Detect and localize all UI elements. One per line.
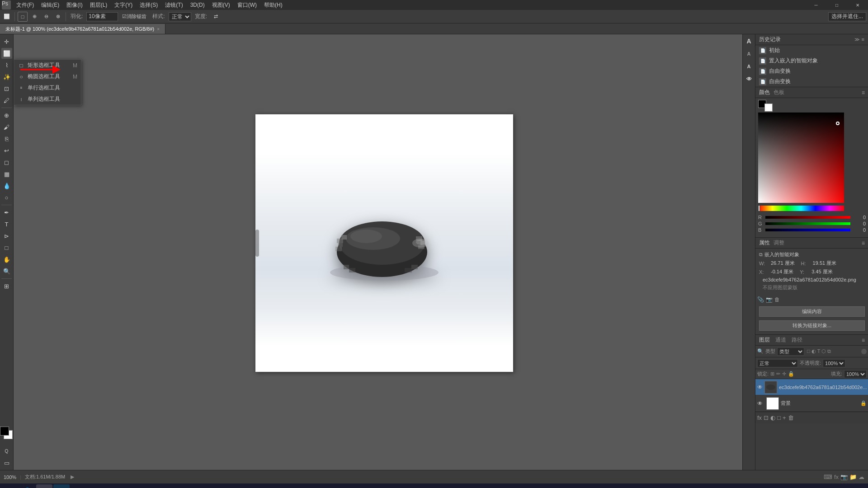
minimize-button[interactable]: ─ bbox=[806, 0, 826, 10]
history-panel-expand[interactable]: ≫ bbox=[854, 37, 860, 42]
layers-panel-menu[interactable]: ≡ bbox=[862, 337, 865, 343]
menu-help[interactable]: 帮助(H) bbox=[260, 0, 286, 10]
blur-tool[interactable]: 💧 bbox=[1, 180, 12, 191]
filter-shape-icon[interactable]: ⬡ bbox=[821, 348, 826, 354]
lock-pixels-icon[interactable]: ✏ bbox=[776, 371, 780, 377]
status-icon-keyboard[interactable]: ⌨ bbox=[824, 474, 832, 480]
add-selection-btn[interactable]: ⊕ bbox=[29, 12, 39, 22]
filter-type-select[interactable]: 类型 bbox=[777, 347, 804, 356]
menu-layer[interactable]: 图层(L) bbox=[86, 0, 111, 10]
custom-tool[interactable]: ⊞ bbox=[1, 281, 12, 291]
type-tool[interactable]: T bbox=[1, 219, 12, 230]
layers-tab[interactable]: 图层 bbox=[759, 336, 770, 344]
brush-tool[interactable]: 🖌 bbox=[1, 122, 12, 132]
menu-view[interactable]: 视图(V) bbox=[208, 0, 234, 10]
blend-mode-select[interactable]: 正常 bbox=[757, 359, 798, 367]
new-selection-btn[interactable]: □ bbox=[18, 12, 28, 22]
taskbar-app5[interactable]: 🌍 bbox=[88, 484, 104, 488]
filter-adjustment-icon[interactable]: ◐ bbox=[811, 348, 816, 354]
start-button[interactable]: ⊞ bbox=[2, 484, 18, 488]
maximize-button[interactable]: □ bbox=[826, 0, 847, 10]
layer-0-eye-icon[interactable]: 👁 bbox=[757, 384, 763, 390]
status-icon-fx[interactable]: fx bbox=[834, 474, 839, 480]
rect-marquee-tool[interactable]: □ 矩形选框工具 M bbox=[14, 60, 81, 71]
lock-all-icon[interactable]: 🔒 bbox=[788, 371, 794, 377]
path-selection-tool[interactable]: ⊳ bbox=[1, 230, 12, 241]
menu-image[interactable]: 图像(I) bbox=[63, 0, 86, 10]
move-tool[interactable]: ✛ bbox=[1, 36, 12, 47]
swatch-tab[interactable]: 色板 bbox=[774, 89, 784, 96]
menu-file[interactable]: 文件(F) bbox=[13, 0, 38, 10]
opacity-select[interactable]: 100% bbox=[823, 359, 845, 367]
pen-tool[interactable]: ✒ bbox=[1, 207, 12, 218]
status-icon-folder[interactable]: 📁 bbox=[849, 474, 857, 480]
menu-type[interactable]: 文字(Y) bbox=[111, 0, 136, 10]
channels-tab[interactable]: 通道 bbox=[775, 336, 786, 344]
color-panel-menu[interactable]: ≡ bbox=[862, 89, 865, 96]
status-info-arrow[interactable]: ▶ bbox=[71, 474, 74, 480]
spot-heal-tool[interactable]: ⊕ bbox=[1, 110, 12, 121]
convert-to-linked-button[interactable]: 转换为链接对象... bbox=[759, 320, 865, 331]
style-select[interactable]: 正常 bbox=[169, 12, 191, 21]
intersect-selection-btn[interactable]: ⊗ bbox=[53, 12, 63, 22]
filter-type-icon[interactable]: T bbox=[817, 348, 821, 354]
foreground-color-swatch[interactable] bbox=[0, 427, 9, 436]
dodge-tool[interactable]: ○ bbox=[1, 192, 12, 203]
layer-mask-icon[interactable]: ⊡ bbox=[764, 414, 769, 421]
history-item-1[interactable]: 📄 置入嵌入的智能对象 bbox=[755, 56, 868, 66]
subtract-selection-btn[interactable]: ⊖ bbox=[41, 12, 51, 22]
layer-group-icon[interactable]: □ bbox=[777, 414, 781, 421]
rsi-a2[interactable]: A bbox=[744, 49, 754, 59]
color-gradient[interactable] bbox=[758, 113, 844, 203]
rgb-b-bar[interactable] bbox=[765, 229, 850, 231]
taskbar-app7[interactable]: 🐉 bbox=[122, 484, 138, 488]
history-item-0[interactable]: 📄 初始 bbox=[755, 45, 868, 56]
menu-select[interactable]: 选择(S) bbox=[136, 0, 161, 10]
shape-tool[interactable]: □ bbox=[1, 242, 12, 253]
ellipse-marquee-tool[interactable]: ○ 椭圆选框工具 M bbox=[14, 71, 81, 82]
menu-edit[interactable]: 编辑(E) bbox=[38, 0, 63, 10]
feather-input[interactable] bbox=[86, 12, 118, 21]
screen-mode-btn[interactable]: ▭ bbox=[1, 457, 12, 468]
selection-tool[interactable]: ⬜ bbox=[1, 48, 12, 59]
antialiasing-checkbox[interactable]: ☑ 消除锯齿 bbox=[120, 12, 149, 22]
tab-close-btn[interactable]: × bbox=[157, 27, 160, 32]
edit-content-button[interactable]: 编辑内容 bbox=[759, 306, 865, 317]
layer-1-eye-icon[interactable]: 👁 bbox=[757, 400, 764, 407]
document-tab[interactable]: 未标题-1 @ 100% (ec3dcefe9b4762a6781a012b54… bbox=[0, 24, 165, 34]
single-col-marquee-tool[interactable]: | 单列选框工具 bbox=[14, 94, 81, 105]
filter-smart-icon[interactable]: ⧉ bbox=[827, 348, 831, 354]
color-bg-mini[interactable] bbox=[764, 103, 773, 112]
toolbar-tool-icon[interactable]: ⬜ bbox=[2, 12, 12, 22]
menu-filter[interactable]: 滤镜(T) bbox=[161, 0, 186, 10]
clone-stamp-tool[interactable]: ⎘ bbox=[1, 133, 12, 144]
layer-item-1[interactable]: 👁 背景 🔒 bbox=[755, 395, 868, 412]
lock-transparent-icon[interactable]: ⊞ bbox=[770, 371, 774, 377]
quick-mask-btn[interactable]: Q bbox=[1, 446, 12, 456]
taskbar-wechat[interactable]: 💬 bbox=[36, 484, 52, 488]
swap-wh-btn[interactable]: ⇄ bbox=[211, 12, 221, 22]
status-icon-cloud[interactable]: ☁ bbox=[859, 474, 864, 480]
menu-window[interactable]: 窗口(W) bbox=[234, 0, 260, 10]
fill-select[interactable]: 100% bbox=[844, 370, 867, 378]
paths-tab[interactable]: 路径 bbox=[792, 336, 802, 344]
layer-item-0[interactable]: 👁 ec3dcefe9b4762a6781a012b54d002e... bbox=[755, 379, 868, 395]
taskbar-photoshop[interactable]: Ps bbox=[53, 484, 70, 488]
select-subject-button[interactable]: 选择并遮住... bbox=[828, 12, 866, 21]
lasso-tool[interactable]: ⌇ bbox=[1, 60, 12, 70]
canvas-area[interactable] bbox=[14, 34, 755, 470]
props-icon-2[interactable]: 📷 bbox=[766, 296, 773, 303]
hand-tool[interactable]: ✋ bbox=[1, 254, 12, 265]
eraser-tool[interactable]: ◻ bbox=[1, 157, 12, 168]
rsi-eye[interactable]: 👁 bbox=[744, 74, 754, 84]
lock-position-icon[interactable]: ✛ bbox=[782, 371, 786, 377]
history-item-3[interactable]: 📄 自由变换 bbox=[755, 76, 868, 87]
rsi-a1[interactable]: A bbox=[744, 36, 754, 46]
history-brush-tool[interactable]: ↩ bbox=[1, 145, 12, 156]
props-icon-1[interactable]: 📎 bbox=[757, 296, 764, 303]
gradient-tool[interactable]: ▦ bbox=[1, 169, 12, 179]
single-row-marquee-tool[interactable]: ≡ 单行选框工具 bbox=[14, 82, 81, 94]
menu-3d[interactable]: 3D(D) bbox=[187, 0, 208, 10]
props-icon-3[interactable]: 🗑 bbox=[774, 296, 780, 303]
rgb-g-bar[interactable] bbox=[765, 222, 850, 225]
